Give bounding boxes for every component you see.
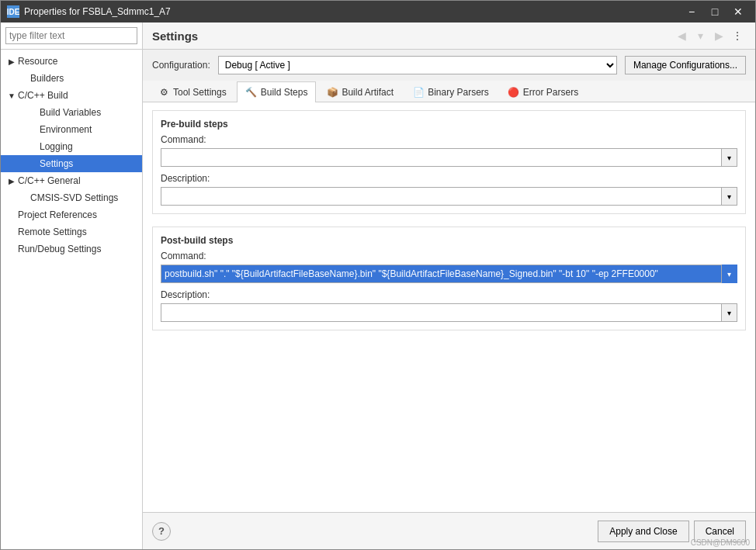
pre-build-section: Pre-build steps Command: ▾ Description: … <box>152 110 746 214</box>
content-area: Pre-build steps Command: ▾ Description: … <box>143 102 755 512</box>
tab-label: Build Steps <box>261 87 308 98</box>
tool-settings-icon: ⚙ <box>158 86 170 99</box>
binary-parsers-icon: 📄 <box>412 86 425 99</box>
title-bar: IDE Properties for FSBLA_Sdmmc1_A7 − □ ✕ <box>1 1 755 22</box>
post-build-command-dropdown[interactable]: ▾ <box>722 265 737 283</box>
back-button[interactable]: ◀ <box>673 27 690 44</box>
sidebar-item-environment[interactable]: Environment <box>1 121 142 138</box>
tab-error-parsers[interactable]: 🔴Error Parsers <box>499 81 587 102</box>
tree-item-label: Run/Debug Settings <box>18 244 101 254</box>
footer: ? Apply and Close Cancel <box>143 512 755 549</box>
pre-build-title: Pre-build steps <box>161 119 737 130</box>
close-button[interactable]: ✕ <box>727 4 749 19</box>
tree-expander <box>29 159 38 168</box>
sidebar-item-settings[interactable]: Settings <box>1 155 142 172</box>
window-controls: − □ ✕ <box>681 4 749 19</box>
sidebar-item-cpp-build[interactable]: ▼C/C++ Build <box>1 87 142 104</box>
post-build-command-row: ▾ <box>161 265 737 283</box>
tree-expander: ▶ <box>7 57 16 66</box>
main-content: ▶ResourceBuilders▼C/C++ BuildBuild Varia… <box>1 22 755 549</box>
apply-close-button[interactable]: Apply and Close <box>598 521 688 542</box>
config-select[interactable]: Debug [ Active ] <box>218 56 617 74</box>
tree-item-label: Logging <box>40 141 73 152</box>
post-build-command-label: Command: <box>161 251 737 261</box>
tree-item-label: C/C++ Build <box>18 90 68 101</box>
pre-build-desc-row: ▾ <box>161 187 737 206</box>
config-row: Configuration: Debug [ Active ] Manage C… <box>143 50 755 81</box>
tabs-container: ⚙Tool Settings🔨Build Steps📦Build Artifac… <box>143 81 755 102</box>
menu-button[interactable]: ⋮ <box>729 27 746 44</box>
post-build-section: Post-build steps Command: ▾ Description:… <box>152 227 746 330</box>
maximize-button[interactable]: □ <box>704 4 726 19</box>
tab-label: Build Artifact <box>342 87 394 98</box>
tree-item-label: Build Variables <box>40 107 101 118</box>
tree-expander <box>29 125 38 134</box>
main-window: IDE Properties for FSBLA_Sdmmc1_A7 − □ ✕… <box>0 0 756 550</box>
tree-item-label: Resource <box>18 56 57 67</box>
tree-expander <box>29 142 38 151</box>
pre-build-desc-input[interactable] <box>161 187 722 206</box>
post-build-desc-row: ▾ <box>161 303 737 322</box>
sidebar-item-build-variables[interactable]: Build Variables <box>1 104 142 121</box>
tab-label: Error Parsers <box>523 87 578 98</box>
build-steps-icon: 🔨 <box>245 86 258 99</box>
post-build-desc-input[interactable] <box>161 303 722 322</box>
header-nav-buttons: ◀ ▾ ▶ ⋮ <box>673 27 746 44</box>
pre-build-desc-label: Description: <box>161 173 737 184</box>
tree-item-label: CMSIS-SVD Settings <box>30 192 118 203</box>
post-build-desc-dropdown[interactable]: ▾ <box>722 303 737 322</box>
tree-expander <box>7 227 16 237</box>
post-build-title: Post-build steps <box>161 235 737 246</box>
error-parsers-icon: 🔴 <box>508 86 520 99</box>
right-panel: Settings ◀ ▾ ▶ ⋮ Configuration: Debug [ … <box>143 22 755 549</box>
minimize-button[interactable]: − <box>681 4 702 19</box>
tab-build-artifact[interactable]: 📦Build Artifact <box>317 81 402 102</box>
settings-header: Settings ◀ ▾ ▶ ⋮ <box>143 22 755 50</box>
down-button[interactable]: ▾ <box>692 27 709 44</box>
tree-expander <box>19 193 29 202</box>
tree-expander <box>7 210 16 220</box>
post-build-command-input[interactable] <box>161 265 722 283</box>
tree-item-label: Settings <box>40 158 73 169</box>
sidebar-item-run-debug[interactable]: Run/Debug Settings <box>1 240 142 258</box>
pre-build-command-input[interactable] <box>161 148 722 167</box>
sidebar-item-resource[interactable]: ▶Resource <box>1 53 142 70</box>
app-icon: IDE <box>7 5 19 18</box>
tree-expander: ▶ <box>7 176 16 185</box>
pre-build-command-row: ▾ <box>161 148 737 167</box>
help-button[interactable]: ? <box>152 522 171 541</box>
tree-expander: ▼ <box>7 91 16 100</box>
tree-expander <box>29 108 38 117</box>
pre-build-desc-dropdown[interactable]: ▾ <box>722 187 737 206</box>
tab-tool-settings[interactable]: ⚙Tool Settings <box>149 81 235 102</box>
sidebar-item-remote-settings[interactable]: Remote Settings <box>1 223 142 240</box>
tree-expander <box>19 74 29 83</box>
sidebar: ▶ResourceBuilders▼C/C++ BuildBuild Varia… <box>1 22 143 549</box>
filter-container <box>1 22 142 50</box>
build-artifact-icon: 📦 <box>326 86 338 99</box>
post-build-desc-label: Description: <box>161 289 737 300</box>
tree-expander <box>7 244 16 254</box>
tree-container: ▶ResourceBuilders▼C/C++ BuildBuild Varia… <box>1 50 142 549</box>
settings-title: Settings <box>152 29 198 43</box>
tab-build-steps[interactable]: 🔨Build Steps <box>237 81 317 102</box>
tab-label: Binary Parsers <box>428 87 489 98</box>
watermark: CSDN@DM9600 <box>691 538 750 547</box>
manage-configurations-button[interactable]: Manage Configurations... <box>625 56 746 74</box>
sidebar-item-cpp-general[interactable]: ▶C/C++ General <box>1 172 142 189</box>
sidebar-item-builders[interactable]: Builders <box>1 70 142 87</box>
window-title: Properties for FSBLA_Sdmmc1_A7 <box>24 6 681 17</box>
config-label: Configuration: <box>152 60 210 71</box>
footer-left: ? <box>152 522 171 541</box>
sidebar-item-project-references[interactable]: Project References <box>1 206 142 223</box>
tree-item-label: Project References <box>18 209 97 220</box>
forward-button[interactable]: ▶ <box>710 27 727 44</box>
sidebar-item-logging[interactable]: Logging <box>1 138 142 155</box>
sidebar-item-cmsis-svd[interactable]: CMSIS-SVD Settings <box>1 189 142 206</box>
pre-build-command-dropdown[interactable]: ▾ <box>722 148 737 167</box>
pre-build-command-label: Command: <box>161 134 737 145</box>
filter-input[interactable] <box>5 27 137 44</box>
tab-binary-parsers[interactable]: 📄Binary Parsers <box>404 81 498 102</box>
tree-item-label: C/C++ General <box>18 175 81 186</box>
tree-item-label: Environment <box>40 124 92 135</box>
